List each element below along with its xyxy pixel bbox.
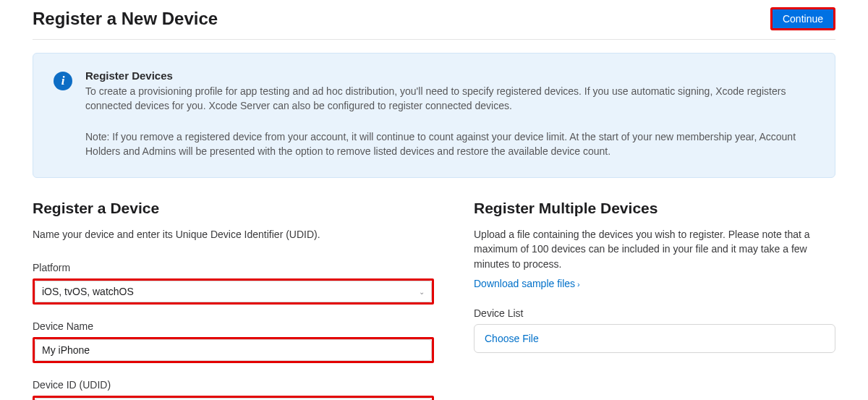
- info-note: Note: If you remove a registered device …: [85, 129, 814, 159]
- device-id-label: Device ID (UDID): [33, 379, 434, 391]
- page-header: Register a New Device Continue: [33, 7, 835, 40]
- page-title: Register a New Device: [33, 9, 218, 29]
- choose-file-button[interactable]: Choose File: [485, 333, 539, 344]
- download-sample-files-link[interactable]: Download sample files›: [474, 278, 580, 289]
- info-title: Register Devices: [85, 69, 814, 82]
- device-list-label: Device List: [474, 307, 835, 319]
- device-name-label: Device Name: [33, 320, 434, 332]
- section-title-multiple: Register Multiple Devices: [474, 200, 835, 217]
- info-panel: i Register Devices To create a provision…: [33, 53, 835, 178]
- continue-button[interactable]: Continue: [770, 7, 835, 30]
- info-content: Register Devices To create a provisionin…: [85, 69, 814, 158]
- info-body: To create a provisioning profile for app…: [85, 84, 814, 114]
- section-desc-multiple: Upload a file containing the devices you…: [474, 227, 835, 271]
- download-link-text: Download sample files: [474, 278, 575, 289]
- platform-select[interactable]: iOS, tvOS, watchOS: [35, 281, 432, 302]
- chevron-right-icon: ›: [577, 280, 580, 289]
- section-desc-single: Name your device and enter its Unique De…: [33, 227, 434, 242]
- register-multiple-devices-section: Register Multiple Devices Upload a file …: [474, 200, 835, 400]
- platform-label: Platform: [33, 262, 434, 273]
- device-name-input[interactable]: [35, 339, 432, 361]
- section-title-single: Register a Device: [33, 200, 434, 217]
- register-single-device-section: Register a Device Name your device and e…: [33, 200, 434, 400]
- file-upload-box[interactable]: Choose File: [474, 324, 835, 353]
- info-icon: i: [54, 72, 72, 90]
